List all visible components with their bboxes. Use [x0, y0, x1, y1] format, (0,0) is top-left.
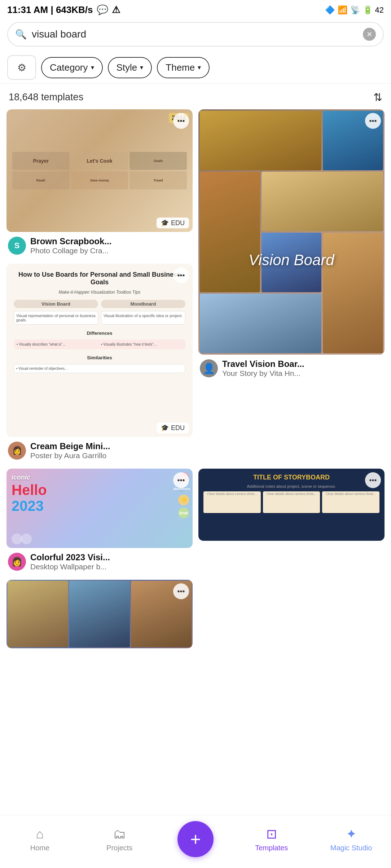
search-bar[interactable]: 🔍 visual board ✕ [7, 22, 384, 47]
vision-board-title: Vision Board [249, 251, 334, 269]
nav-item-templates[interactable]: ⊡ Templates [250, 827, 293, 852]
cream-sim-content: • Visual reminder of objectives... [14, 364, 185, 373]
theme-filter-chip[interactable]: Theme ▾ [157, 57, 210, 78]
nav-label-templates: Templates [255, 844, 288, 852]
template-card-travel-vision-board[interactable]: Vision Board ••• 👤 Travel Vision Boar...… [198, 109, 385, 463]
nav-label-projects: Projects [106, 844, 132, 852]
warning-icon: ⚠ [112, 4, 120, 16]
cream-diff-content: • Visually describes "what is"... • Visu… [14, 339, 185, 349]
graduation-icon: 🎓 [161, 424, 169, 432]
status-time: 11:31 AM | 643KB/s 💬 ⚠ [7, 4, 120, 16]
card-subtitle: Poster by Aura Garrillo [30, 451, 191, 460]
magic-studio-icon: ✦ [346, 827, 357, 842]
card-more-button[interactable]: ••• [173, 267, 189, 283]
card-more-button[interactable]: ••• [173, 113, 189, 129]
cream-col-body-1: Visual representation of personal or bus… [14, 311, 98, 325]
filter-settings-button[interactable]: ⚙ [7, 55, 36, 80]
edu-badge: 🎓 EDU [157, 422, 189, 433]
nav-item-projects[interactable]: 🗂 Projects [98, 827, 141, 852]
card-title: Colorful 2023 Visi... [30, 552, 191, 562]
wifi-icon: 📡 [350, 5, 360, 15]
cream-col-header-1: Vision Board [14, 300, 98, 308]
card-more-button[interactable]: ••• [173, 583, 189, 599]
search-icon: 🔍 [15, 29, 27, 40]
category-filter-chip[interactable]: Category ▾ [41, 57, 103, 78]
card-avatar-brown-scrapbook: S [8, 237, 26, 255]
card-image-travel-vision-board: Vision Board ••• [198, 109, 385, 355]
settings-icon: ⚙ [17, 62, 26, 74]
graduation-icon: 🎓 [161, 219, 169, 227]
card-image-cream-beige: How to Use Boards for Personal and Small… [6, 264, 193, 437]
card-subtitle: Desktop Wallpaper b... [30, 562, 191, 571]
templates-count: 18,648 templates [9, 92, 83, 103]
nav-item-magic-studio[interactable]: ✦ Magic Studio [330, 827, 373, 852]
card-info-travel-vision-board: 👤 Travel Vision Boar... Your Story by Vi… [198, 355, 385, 381]
card-info-colorful: 👩 Colorful 2023 Visi... Desktop Wallpape… [6, 548, 193, 574]
card-avatar-colorful: 👩 [8, 553, 26, 571]
bottom-nav: ⌂ Home 🗂 Projects + ⊡ Templates ✦ Magic … [0, 815, 391, 868]
card-image-colorful-2023: iconic Hello 2023 ★ abundance 💛 love [6, 469, 193, 548]
template-card-city-photos[interactable]: ••• [6, 580, 193, 648]
projects-icon: 🗂 [113, 827, 126, 842]
whatsapp-icon: 💬 [97, 4, 108, 16]
template-card-colorful-2023[interactable]: iconic Hello 2023 ★ abundance 💛 love [6, 469, 193, 574]
battery-icon: 🔋 42 [363, 5, 384, 15]
style-filter-chip[interactable]: Style ▾ [108, 57, 152, 78]
card-more-button[interactable]: ••• [173, 472, 189, 488]
template-card-cream-beige[interactable]: How to Use Boards for Personal and Small… [6, 264, 193, 463]
card-avatar-cream: 👩 [8, 442, 26, 460]
card-title: Travel Vision Boar... [222, 359, 383, 369]
sort-button[interactable]: ⇅ [373, 91, 382, 104]
search-container: 🔍 visual board ✕ [0, 18, 391, 52]
status-bar: 11:31 AM | 643KB/s 💬 ⚠ 🔷 📶 📡 🔋 42 [0, 0, 391, 18]
card-avatar-travel: 👤 [200, 359, 218, 377]
card-image-city-photos: ••• [6, 580, 193, 648]
chevron-down-icon: ▾ [91, 63, 94, 71]
cream-col-header-2: Moodboard [101, 300, 185, 308]
cream-diff-section: Differences [14, 330, 185, 336]
home-icon: ⌂ [36, 827, 44, 842]
cream-heading: How to Use Boards for Personal and Small… [14, 271, 185, 286]
nav-label-magic-studio: Magic Studio [330, 844, 372, 852]
card-text-brown-scrapbook: Brown Scrapbook... Photo Collage by Cra.… [30, 236, 191, 255]
plus-icon: + [190, 829, 201, 850]
storyboard-title: Title Of Storyboard [203, 474, 379, 481]
template-card-storyboard[interactable]: Title Of Storyboard Additional notes abo… [198, 469, 385, 574]
edu-badge: 🎓 EDU [157, 218, 189, 228]
templates-icon: ⊡ [266, 827, 277, 842]
card-image-storyboard: Title Of Storyboard Additional notes abo… [198, 469, 385, 541]
nav-label-home: Home [30, 844, 49, 852]
search-input[interactable]: visual board [32, 29, 358, 40]
card-title: Brown Scrapbook... [30, 236, 191, 246]
filter-bar: ⚙ Category ▾ Style ▾ Theme ▾ [0, 52, 391, 84]
card-subtitle: Your Story by Vita Hn... [222, 369, 383, 378]
templates-grid: 2024 Prayer Let's Cook Goals Read! Save … [0, 109, 391, 648]
card-title: Cream Beige Mini... [30, 441, 191, 451]
template-card-brown-scrapbook[interactable]: 2024 Prayer Let's Cook Goals Read! Save … [6, 109, 193, 258]
card-info-cream-beige: 👩 Cream Beige Mini... Poster by Aura Gar… [6, 437, 193, 463]
card-text-cream: Cream Beige Mini... Poster by Aura Garri… [30, 441, 191, 460]
search-clear-button[interactable]: ✕ [363, 28, 376, 41]
cream-subtitle: Make-it-Happen Visualization Toolbox Tip… [14, 290, 185, 295]
chevron-down-icon: ▾ [140, 63, 143, 71]
signal-icon: 📶 [338, 5, 347, 15]
card-more-button[interactable]: ••• [365, 472, 381, 488]
card-more-button[interactable]: ••• [365, 113, 381, 129]
create-fab-button[interactable]: + [177, 821, 214, 857]
card-info-brown-scrapbook: S Brown Scrapbook... Photo Collage by Cr… [6, 232, 193, 258]
card-subtitle: Photo Collage by Cra... [30, 246, 191, 255]
bluetooth-icon: 🔷 [325, 5, 335, 15]
cream-sim-section: Similarities [14, 355, 185, 360]
storyboard-subtitle: Additional notes about project, scene or… [203, 484, 379, 488]
cream-col-body-2: Visual illustration of a specific idea o… [101, 311, 185, 325]
results-header: 18,648 templates ⇅ [0, 84, 391, 109]
card-image-brown-scrapbook: 2024 Prayer Let's Cook Goals Read! Save … [6, 109, 193, 232]
card-text-colorful: Colorful 2023 Visi... Desktop Wallpaper … [30, 552, 191, 571]
chevron-down-icon: ▾ [198, 63, 201, 71]
card-text-travel: Travel Vision Boar... Your Story by Vita… [222, 359, 383, 378]
nav-item-home[interactable]: ⌂ Home [18, 827, 61, 852]
status-right-icons: 🔷 📶 📡 🔋 42 [325, 5, 384, 15]
